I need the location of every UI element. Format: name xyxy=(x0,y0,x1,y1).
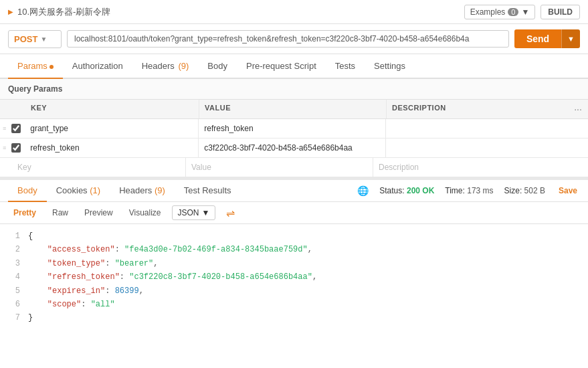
line-content-7: } xyxy=(28,311,580,325)
row1-value: refresh_token xyxy=(199,119,386,138)
code-line-7: 7 } xyxy=(8,311,580,325)
tab-body[interactable]: Body xyxy=(198,54,237,79)
examples-arrow-icon: ▼ xyxy=(521,7,529,17)
time-label: Time: 173 ms xyxy=(445,186,493,195)
examples-count: 0 xyxy=(508,8,518,16)
params-table-header: KEY VALUE DESCRIPTION ··· xyxy=(0,100,588,119)
tab-authorization[interactable]: Authorization xyxy=(63,54,132,79)
collapse-arrow[interactable]: ▶ xyxy=(8,8,13,15)
method-label: POST xyxy=(14,34,37,44)
row2-value: c3f220c8-3bf7-4020-b458-a654e686b4aa xyxy=(199,139,386,157)
row1-checkbox[interactable] xyxy=(11,124,21,133)
response-section: Body Cookies (1) Headers (9) Test Result… xyxy=(0,177,588,331)
header-spacer xyxy=(0,100,25,118)
empty-value-input[interactable]: Value xyxy=(186,158,373,177)
col-value-header: VALUE xyxy=(199,100,387,118)
drag-handle[interactable]: ≡ xyxy=(0,139,7,157)
line-content-2: "access_token": "fe4a3d0e-7b02-469f-a834… xyxy=(28,243,580,256)
code-line-1: 1 { xyxy=(8,229,580,243)
drag-handle[interactable]: ≡ xyxy=(0,119,7,138)
method-selector[interactable]: POST ▼ xyxy=(8,30,62,48)
status-value: 200 OK xyxy=(407,186,434,195)
line-content-6: "scope": "all" xyxy=(28,298,580,311)
code-line-2: 2 "access_token": "fe4a3d0e-7b02-469f-a8… xyxy=(8,243,580,256)
row2-key: refresh_token xyxy=(25,139,199,157)
row2-checkbox[interactable] xyxy=(11,143,21,153)
line-content-5: "expires_in": 86399, xyxy=(28,284,580,298)
time-value: 173 ms xyxy=(467,186,493,195)
send-dropdown-button[interactable]: ▼ xyxy=(561,29,580,48)
code-line-5: 5 "expires_in": 86399, xyxy=(8,284,580,298)
response-status-bar: 🌐 Status: 200 OK Time: 173 ms Size: 502 … xyxy=(357,185,580,196)
table-row: ≡ grant_type refresh_token xyxy=(0,119,588,139)
url-bar: POST ▼ Send ▼ xyxy=(0,24,588,54)
format-preview-button[interactable]: Preview xyxy=(79,205,118,220)
code-line-4: 4 "refresh_token": "c3f220c8-3bf7-4020-b… xyxy=(8,270,580,284)
response-tab-test-results[interactable]: Test Results xyxy=(175,180,241,202)
table-row-empty: Key Value Description xyxy=(0,158,588,177)
format-type-selector[interactable]: JSON ▼ xyxy=(172,205,216,220)
line-num-4: 4 xyxy=(8,270,20,284)
line-content-4: "refresh_token": "c3f220c8-3bf7-4020-b45… xyxy=(28,270,580,284)
line-num-3: 3 xyxy=(8,257,20,270)
method-arrow-icon: ▼ xyxy=(40,35,47,43)
code-line-3: 3 "token_type": "bearer", xyxy=(8,257,580,270)
response-code-area: 1 { 2 "access_token": "fe4a3d0e-7b02-469… xyxy=(0,224,588,331)
build-button[interactable]: BUILD xyxy=(541,5,580,19)
col-key-header: KEY xyxy=(25,100,199,118)
tab-params[interactable]: Params xyxy=(8,54,63,79)
query-params-header: Query Params xyxy=(0,79,588,100)
examples-button[interactable]: Examples 0 ▼ xyxy=(464,5,536,19)
json-arrow-icon: ▼ xyxy=(202,208,210,217)
response-tab-headers[interactable]: Headers (9) xyxy=(110,180,175,202)
code-line-6: 6 "scope": "all" xyxy=(8,298,580,311)
col-desc-header: DESCRIPTION xyxy=(387,100,568,118)
row2-checkbox-cell xyxy=(7,139,25,157)
examples-label: Examples xyxy=(470,7,506,17)
response-tab-body[interactable]: Body xyxy=(8,180,47,202)
line-num-6: 6 xyxy=(8,298,20,311)
format-visualize-button[interactable]: Visualize xyxy=(124,205,167,220)
params-dot xyxy=(50,65,54,69)
line-num-2: 2 xyxy=(8,243,20,256)
top-bar: ▶ 10.网关服务器-刷新令牌 Examples 0 ▼ BUILD xyxy=(0,0,588,24)
format-bar: Pretty Raw Preview Visualize JSON ▼ ⇌ xyxy=(0,202,588,224)
params-table: KEY VALUE DESCRIPTION ··· ≡ grant_type r… xyxy=(0,100,588,177)
format-pretty-button[interactable]: Pretty xyxy=(8,205,41,220)
line-num-1: 1 xyxy=(8,229,20,243)
status-label: Status: 200 OK xyxy=(379,186,434,195)
top-bar-actions: Examples 0 ▼ BUILD xyxy=(464,5,580,19)
response-tab-bar: Body Cookies (1) Headers (9) Test Result… xyxy=(0,180,588,202)
format-raw-button[interactable]: Raw xyxy=(47,205,74,220)
table-row: ≡ refresh_token c3f220c8-3bf7-4020-b458-… xyxy=(0,139,588,158)
col-menu-header: ··· xyxy=(568,100,588,118)
row2-desc xyxy=(386,139,588,157)
response-tab-cookies[interactable]: Cookies (1) xyxy=(47,180,110,202)
row1-checkbox-cell xyxy=(7,119,25,138)
send-button[interactable]: Send xyxy=(514,29,561,48)
json-label: JSON xyxy=(178,208,199,217)
query-params-section: Query Params KEY VALUE DESCRIPTION ··· ≡… xyxy=(0,79,588,177)
tab-settings[interactable]: Settings xyxy=(365,54,415,79)
line-num-5: 5 xyxy=(8,284,20,298)
line-content-1: { xyxy=(28,229,580,243)
globe-icon: 🌐 xyxy=(357,185,369,196)
size-value: 502 B xyxy=(524,186,545,195)
request-title: 10.网关服务器-刷新令牌 xyxy=(17,6,464,18)
request-tab-bar: Params Authorization Headers (9) Body Pr… xyxy=(0,54,588,79)
save-response-button[interactable]: Save xyxy=(556,186,580,195)
tab-headers[interactable]: Headers (9) xyxy=(132,54,199,79)
tab-tests[interactable]: Tests xyxy=(326,54,365,79)
tab-prerequest[interactable]: Pre-request Script xyxy=(237,54,326,79)
line-num-7: 7 xyxy=(8,311,20,325)
empty-desc-input[interactable]: Description xyxy=(373,158,588,177)
empty-key-input[interactable]: Key xyxy=(12,158,186,177)
row1-desc xyxy=(386,119,588,138)
size-label: Size: 502 B xyxy=(504,186,545,195)
line-content-3: "token_type": "bearer", xyxy=(28,257,580,270)
row1-key: grant_type xyxy=(25,119,199,138)
wrap-icon[interactable]: ⇌ xyxy=(226,207,235,219)
send-btn-group: Send ▼ xyxy=(514,29,580,48)
url-input[interactable] xyxy=(67,30,509,48)
